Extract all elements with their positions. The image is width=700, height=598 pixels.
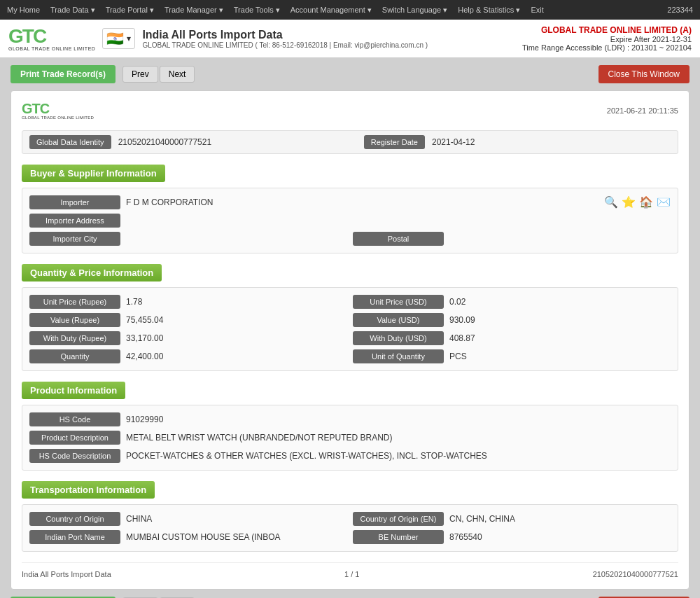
value-usd-label: Value (USD) bbox=[353, 313, 444, 327]
product-header: Product Information bbox=[22, 382, 125, 399]
quantity-price-section: Quantity & Price Information Unit Price … bbox=[22, 264, 678, 371]
country-origin-field: Country of Origin CHINA bbox=[29, 512, 347, 526]
record-card: GTC GLOBAL TRADE ONLINE LIMITED 2021-06-… bbox=[10, 90, 690, 590]
importer-address-label: Importer Address bbox=[29, 214, 120, 228]
nav-trade-manager[interactable]: Trade Manager ▾ bbox=[164, 6, 223, 15]
hs-code-description-value: POCKET-WATCHES & OTHER WATCHES (EXCL. WR… bbox=[126, 451, 487, 461]
hs-code-description-row: HS Code Description POCKET-WATCHES & OTH… bbox=[29, 449, 671, 463]
importer-row: Importer F D M CORPORATION 🔍 ⭐ 🏠 ✉️ bbox=[29, 195, 671, 209]
indian-port-value: MUMBAI CUSTOM HOUSE SEA (INBOA bbox=[126, 532, 280, 542]
unit-of-quantity-value: PCS bbox=[449, 352, 467, 361]
importer-address-row: Importer Address bbox=[29, 214, 671, 228]
nav-account-management[interactable]: Account Management ▾ bbox=[290, 6, 372, 15]
value-usd-value: 930.09 bbox=[449, 315, 475, 325]
product-section: Product Information HS Code 91029990 Pro… bbox=[22, 382, 678, 471]
with-duty-usd-value: 408.87 bbox=[449, 333, 475, 343]
unit-price-usd-field: Unit Price (USD) 0.02 bbox=[353, 295, 671, 309]
buyer-supplier-header: Buyer & Supplier Information bbox=[22, 165, 165, 182]
nav-trade-data[interactable]: Trade Data ▾ bbox=[50, 6, 95, 15]
country-origin-value: CHINA bbox=[126, 514, 152, 524]
buyer-supplier-section: Buyer & Supplier Information Importer F … bbox=[22, 165, 678, 253]
quantity-price-header: Quantity & Price Information bbox=[22, 264, 162, 281]
card-header: GTC GLOBAL TRADE ONLINE LIMITED 2021-06-… bbox=[22, 102, 678, 120]
with-duty-usd-label: With Duty (USD) bbox=[353, 331, 444, 345]
main-content: Print Trade Record(s) Prev Next Close Th… bbox=[0, 58, 700, 598]
importer-icons: 🔍 ⭐ 🏠 ✉️ bbox=[604, 195, 671, 209]
unit-price-row: Unit Price (Rupee) 1.78 Unit Price (USD)… bbox=[29, 295, 671, 309]
card-logo: GTC GLOBAL TRADE ONLINE LIMITED bbox=[22, 102, 94, 120]
home-icon[interactable]: 🏠 bbox=[639, 195, 653, 209]
importer-city-row: Importer City Postal bbox=[29, 232, 671, 246]
record-datetime: 2021-06-21 20:11:35 bbox=[607, 106, 678, 115]
unit-of-quantity-label: Unit of Quantity bbox=[353, 349, 444, 363]
nav-my-home[interactable]: My Home bbox=[7, 6, 40, 15]
identity-row: Global Data Identity 2105202104000077752… bbox=[22, 130, 678, 154]
quantity-field: Quantity 42,400.00 bbox=[29, 349, 347, 363]
next-button-top[interactable]: Next bbox=[160, 66, 195, 83]
email-icon[interactable]: ✉️ bbox=[657, 195, 671, 209]
header-right: GLOBAL TRADE ONLINE LIMITED (A) Expire A… bbox=[522, 25, 692, 52]
register-date-label: Register Date bbox=[364, 135, 425, 149]
postal-field: Postal bbox=[353, 232, 671, 246]
page-subtitle: GLOBAL TRADE ONLINE LIMITED ( Tel: 86-51… bbox=[142, 41, 428, 49]
nav-switch-language[interactable]: Switch Language ▾ bbox=[382, 6, 447, 15]
postal-label: Postal bbox=[353, 232, 444, 246]
register-date-value: 2021-04-12 bbox=[432, 137, 671, 147]
global-data-identity-label: Global Data Identity bbox=[29, 135, 111, 149]
print-button-top[interactable]: Print Trade Record(s) bbox=[10, 65, 115, 83]
footer-page: 1 / 1 bbox=[344, 570, 359, 578]
with-duty-usd-field: With Duty (USD) 408.87 bbox=[353, 331, 671, 345]
be-number-field: BE Number 8765540 bbox=[353, 530, 671, 544]
search-icon[interactable]: 🔍 bbox=[604, 195, 618, 209]
product-description-row: Product Description METAL BELT WRIST WAT… bbox=[29, 431, 671, 445]
with-duty-rupee-field: With Duty (Rupee) 33,170.00 bbox=[29, 331, 347, 345]
country-selector[interactable]: 🇮🇳 ▾ bbox=[102, 28, 135, 49]
importer-city-field: Importer City bbox=[29, 232, 347, 246]
top-toolbar: Print Trade Record(s) Prev Next Close Th… bbox=[10, 65, 690, 83]
footer-record-id: 21052021040000777521 bbox=[593, 570, 678, 578]
expire-info: Expire After 2021-12-31 bbox=[522, 35, 692, 43]
unit-price-rupee-value: 1.78 bbox=[126, 297, 142, 307]
top-nav: My Home Trade Data ▾ Trade Portal ▾ Trad… bbox=[0, 0, 700, 20]
indian-port-field: Indian Port Name MUMBAI CUSTOM HOUSE SEA… bbox=[29, 530, 347, 544]
nav-trade-portal[interactable]: Trade Portal ▾ bbox=[106, 6, 154, 15]
value-row: Value (Rupee) 75,455.04 Value (USD) 930.… bbox=[29, 313, 671, 327]
nav-items: My Home Trade Data ▾ Trade Portal ▾ Trad… bbox=[7, 6, 544, 15]
prev-button-top[interactable]: Prev bbox=[122, 66, 158, 83]
importer-city-label: Importer City bbox=[29, 232, 120, 246]
country-origin-label: Country of Origin bbox=[29, 512, 120, 526]
nav-exit[interactable]: Exit bbox=[531, 6, 543, 15]
importer-address-field: Importer Address bbox=[29, 214, 671, 228]
value-usd-field: Value (USD) 930.09 bbox=[353, 313, 671, 327]
hs-code-value: 91029990 bbox=[126, 415, 163, 424]
importer-value: F D M CORPORATION bbox=[126, 197, 213, 207]
header-bar: GTC GLOBAL TRADE ONLINE LIMITED 🇮🇳 ▾ Ind… bbox=[0, 20, 700, 58]
nav-help-statistics[interactable]: Help & Statistics ▾ bbox=[458, 6, 520, 15]
star-icon[interactable]: ⭐ bbox=[622, 195, 636, 209]
close-button-top[interactable]: Close This Window bbox=[598, 65, 690, 83]
indian-port-label: Indian Port Name bbox=[29, 530, 120, 544]
product-description-label: Product Description bbox=[29, 431, 120, 445]
product-description-field: Product Description METAL BELT WRIST WAT… bbox=[29, 431, 671, 445]
quantity-label: Quantity bbox=[29, 349, 120, 363]
unit-price-rupee-label: Unit Price (Rupee) bbox=[29, 295, 120, 309]
unit-price-usd-label: Unit Price (USD) bbox=[353, 295, 444, 309]
value-rupee-value: 75,455.04 bbox=[126, 315, 163, 325]
country-origin-en-label: Country of Origin (EN) bbox=[353, 512, 444, 526]
logo-subtitle: GLOBAL TRADE ONLINE LIMITED bbox=[8, 46, 95, 51]
quantity-row: Quantity 42,400.00 Unit of Quantity PCS bbox=[29, 349, 671, 363]
user-id: 223344 bbox=[667, 6, 693, 14]
quantity-price-body: Unit Price (Rupee) 1.78 Unit Price (USD)… bbox=[22, 287, 678, 371]
nav-trade-tools[interactable]: Trade Tools ▾ bbox=[234, 6, 280, 15]
unit-of-quantity-field: Unit of Quantity PCS bbox=[353, 349, 671, 363]
card-footer: India All Ports Import Data 1 / 1 210520… bbox=[22, 562, 678, 578]
india-flag-icon: 🇮🇳 bbox=[106, 30, 124, 47]
product-description-value: METAL BELT WRIST WATCH (UNBRANDED/NOT RE… bbox=[126, 433, 392, 443]
hs-code-label: HS Code bbox=[29, 412, 120, 426]
transportation-header: Transportation Information bbox=[22, 481, 155, 499]
product-body: HS Code 91029990 Product Description MET… bbox=[22, 405, 678, 471]
hs-code-field: HS Code 91029990 bbox=[29, 412, 671, 426]
dropdown-arrow-icon: ▾ bbox=[127, 34, 131, 43]
importer-field: Importer F D M CORPORATION bbox=[29, 195, 598, 209]
quantity-value: 42,400.00 bbox=[126, 352, 163, 361]
